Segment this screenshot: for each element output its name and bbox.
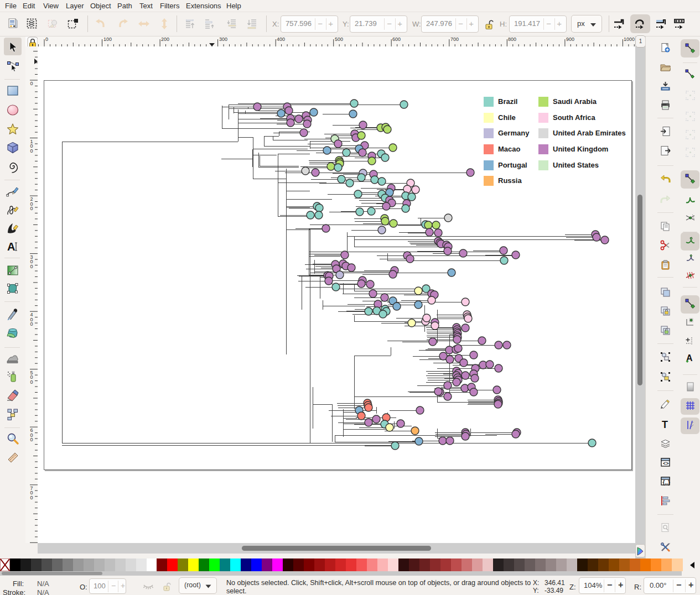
svg-text:300: 300 xyxy=(219,36,227,42)
svg-text:Portugal: Portugal xyxy=(498,161,527,169)
svg-text:0: 0 xyxy=(30,437,33,442)
svg-text:United Kingdom: United Kingdom xyxy=(553,145,608,153)
svg-text:<>: <> xyxy=(663,461,669,466)
svg-text:0: 0 xyxy=(30,264,33,269)
svg-text:United States: United States xyxy=(553,161,599,169)
svg-text:Macao: Macao xyxy=(498,145,521,153)
svg-text:Russia: Russia xyxy=(498,176,522,185)
svg-text:0: 0 xyxy=(30,321,33,327)
svg-text:United Arab Emirates: United Arab Emirates xyxy=(553,129,626,137)
svg-text:0: 0 xyxy=(30,379,33,385)
svg-text:Germany: Germany xyxy=(498,129,530,137)
svg-text:Chile: Chile xyxy=(498,113,516,122)
svg-text:A: A xyxy=(7,241,15,253)
svg-text:500: 500 xyxy=(335,36,343,42)
svg-text:1000: 1000 xyxy=(624,36,635,42)
svg-text:South Africa: South Africa xyxy=(553,113,596,122)
svg-text:0: 0 xyxy=(30,495,33,500)
svg-text:Saudi Arabia: Saudi Arabia xyxy=(553,97,597,106)
svg-text:100: 100 xyxy=(103,36,112,42)
svg-text:Brazil: Brazil xyxy=(498,97,517,106)
svg-text:0: 0 xyxy=(30,81,33,86)
svg-text:400: 400 xyxy=(277,36,285,42)
svg-text:700: 700 xyxy=(450,36,459,42)
svg-text:T: T xyxy=(662,419,668,430)
svg-text:200: 200 xyxy=(161,36,169,42)
svg-text:600: 600 xyxy=(392,36,401,42)
svg-text:0: 0 xyxy=(30,148,33,154)
svg-text:900: 900 xyxy=(566,36,574,42)
svg-text:0: 0 xyxy=(30,206,33,211)
svg-text:800: 800 xyxy=(508,36,516,42)
svg-text:0: 0 xyxy=(45,36,48,42)
svg-text:{..}: {..} xyxy=(663,479,670,486)
